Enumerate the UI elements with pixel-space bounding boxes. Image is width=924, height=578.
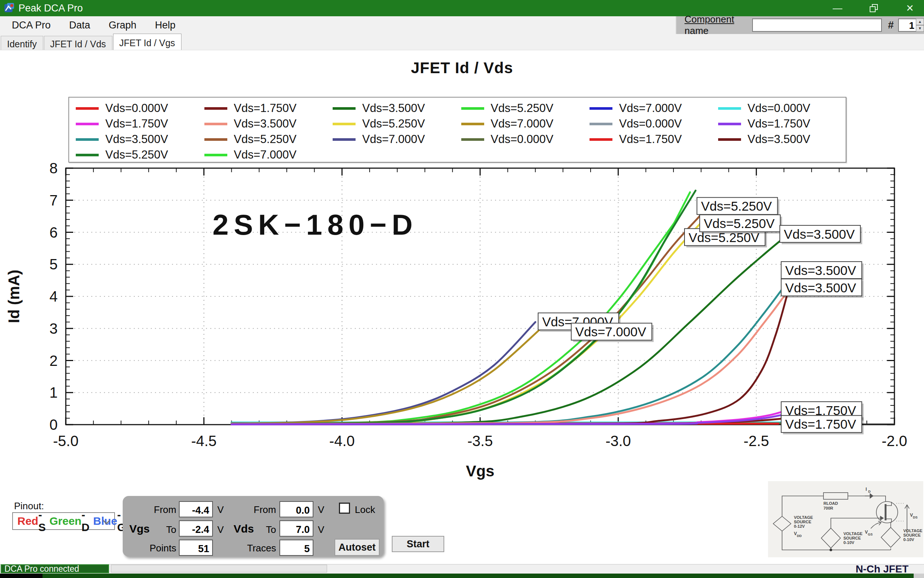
vds-from-input[interactable]	[279, 501, 313, 517]
pinout-d: -D	[81, 508, 89, 534]
legend-label: Vds=0.000V	[748, 102, 810, 115]
vsource2-line2: SOURCE	[843, 536, 861, 540]
trace-vds-5-250v	[231, 215, 701, 424]
id-label: I	[866, 487, 867, 492]
legend-label: Vds=1.750V	[106, 117, 168, 130]
y-tick-label: 5	[50, 256, 58, 272]
legend-entry: Vds=1.750V	[586, 132, 715, 147]
legend-swatch	[205, 123, 227, 125]
close-button[interactable]: ✕	[903, 1, 918, 16]
trace-vds-3-500v	[231, 276, 792, 424]
vsource2-range: 0-10V	[843, 540, 854, 545]
menu-item-data[interactable]: Data	[62, 17, 97, 33]
vgs-from-input[interactable]	[179, 501, 213, 517]
vds-to-label: To	[258, 524, 276, 536]
legend-swatch	[718, 107, 741, 110]
pinout-select[interactable]: Red-S Green-D Blue-G	[12, 512, 115, 530]
vds-from-unit: V	[318, 504, 324, 516]
y-tick-label: 1	[50, 384, 58, 401]
spinner-down-button[interactable]: ▼	[916, 25, 924, 32]
y-tick-label: 7	[50, 192, 58, 208]
vgs-label: Vgs	[129, 523, 150, 535]
x-tick-label: -3.0	[606, 433, 631, 449]
tab-jfet-id-vds[interactable]: JFET Id / Vds	[44, 36, 112, 50]
pinout-red: Red	[17, 515, 39, 528]
restore-button[interactable]	[866, 1, 881, 16]
y-axis-title: Id (mA)	[5, 270, 23, 323]
x-tick-label: -5.0	[53, 433, 79, 449]
legend-entry: Vds=1.750V	[201, 101, 330, 116]
component-number-hash: #	[888, 19, 894, 31]
y-tick-label: 6	[50, 224, 58, 240]
vgs-from-unit: V	[217, 504, 224, 516]
points-input[interactable]	[179, 539, 213, 556]
vds-sub-label: DS	[913, 516, 918, 519]
start-button[interactable]: Start	[392, 536, 444, 552]
vgs-to-unit: V	[217, 524, 224, 536]
legend-swatch	[589, 123, 612, 125]
legend-swatch	[76, 138, 99, 141]
rload-value-label: 700R	[823, 506, 833, 510]
progress-bar	[111, 565, 327, 572]
traces-input[interactable]	[279, 539, 313, 556]
vgs-from-label: From	[143, 504, 176, 516]
trace-end-label: Vds=5.250V	[697, 197, 779, 216]
vsource3-line2: SOURCE	[903, 533, 921, 537]
legend-entry: Vds=0.000V	[586, 116, 715, 132]
traces-label: Traces	[237, 542, 276, 554]
legend-entry: Vds=7.000V	[201, 147, 330, 162]
vdd-sub-label: DD	[797, 534, 802, 538]
bottom-strip	[0, 573, 924, 578]
legend-entry: Vds=0.000V	[73, 101, 201, 116]
legend-label: Vds=1.750V	[234, 102, 297, 115]
component-name-input[interactable]	[752, 18, 882, 32]
app-icon	[4, 3, 15, 14]
tab-identify[interactable]: Identify	[1, 36, 43, 50]
legend-label: Vds=1.750V	[619, 133, 682, 146]
legend-entry: Vds=5.250V	[330, 116, 458, 132]
legend-swatch	[333, 107, 356, 110]
autoset-button[interactable]: Autoset	[335, 539, 380, 556]
tab-jfet-id-vgs[interactable]: JFET Id / Vgs	[113, 34, 182, 50]
menu-item-dca-pro[interactable]: DCA Pro	[5, 17, 57, 33]
chart-legend: Vds=0.000VVds=1.750VVds=3.500VVds=5.250V…	[68, 97, 846, 162]
legend-entry: Vds=0.000V	[458, 132, 587, 147]
spinner-up-button[interactable]: ▲	[916, 18, 924, 25]
component-number-value[interactable]: 1	[898, 18, 916, 32]
legend-swatch	[333, 138, 356, 141]
id-sub-label: D	[868, 490, 871, 494]
title-bar: Peak DCA Pro — ✕	[0, 0, 924, 16]
legend-entry: Vds=7.000V	[458, 116, 587, 132]
x-tick-label: -3.5	[468, 433, 493, 449]
legend-label: Vds=5.250V	[234, 133, 297, 146]
legend-swatch	[461, 138, 484, 141]
lock-label: Lock	[355, 504, 375, 516]
sweep-control-panel: From V From V Lock Vgs To V Vds To V Poi…	[123, 496, 384, 557]
x-tick-label: -2.5	[744, 433, 769, 449]
vgs-to-input[interactable]	[179, 520, 213, 537]
menu-item-graph[interactable]: Graph	[102, 17, 143, 33]
vsource3-line1: VOLTAGE	[903, 528, 922, 533]
legend-label: Vds=3.500V	[362, 102, 425, 115]
legend-entry: Vds=3.500V	[715, 132, 844, 147]
menu-item-help[interactable]: Help	[148, 17, 182, 33]
lock-checkbox[interactable]	[339, 503, 350, 514]
legend-entry: Vds=3.500V	[330, 101, 458, 116]
vds-label: Vds	[234, 523, 254, 535]
legend-swatch	[205, 107, 227, 110]
vsource1-line2: SOURCE	[794, 520, 811, 524]
trace-end-label-text: Vds=7.000V	[575, 325, 646, 339]
trace-end-label: Vds=5.250V	[700, 215, 782, 234]
vds-to-input[interactable]	[279, 520, 313, 537]
legend-label: Vds=3.500V	[106, 133, 168, 146]
legend-swatch	[76, 123, 99, 125]
minimize-button[interactable]: —	[830, 1, 845, 16]
legend-entry: Vds=0.000V	[715, 101, 844, 116]
component-name-panel: Component name # 1 ▲ ▼	[676, 16, 924, 34]
device-annotation: 2SK−180−D	[213, 208, 417, 241]
restore-icon	[870, 4, 878, 12]
test-circuit-diagram: RLOAD 700R I D V DS V GS VOLTAGE SOURCE …	[768, 481, 923, 557]
chart-title: JFET Id / Vds	[0, 59, 924, 77]
trace-end-label: Vds=3.500V	[781, 279, 864, 298]
legend-swatch	[333, 123, 356, 125]
